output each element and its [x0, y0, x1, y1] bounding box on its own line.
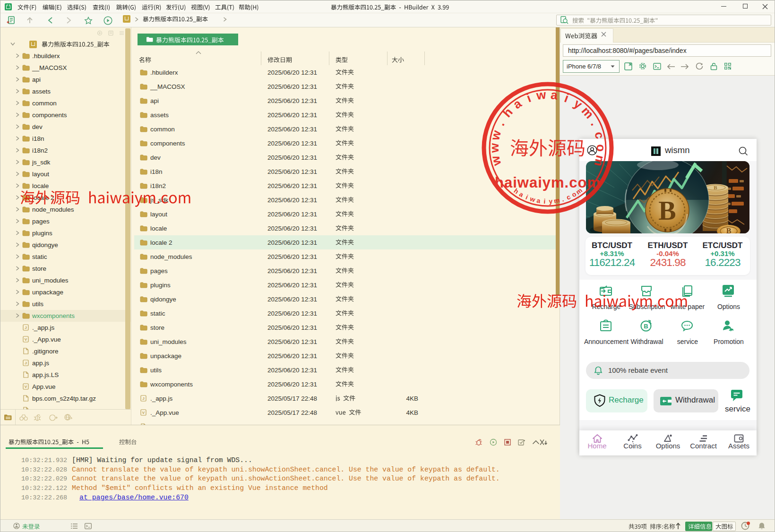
svg-text:V: V	[142, 411, 145, 415]
svg-text:a: a	[510, 96, 524, 112]
svg-text:y: y	[549, 197, 553, 205]
svg-text:haiwaiym.com: haiwaiym.com	[495, 174, 601, 191]
svg-text:J: J	[25, 326, 26, 330]
svg-text:h: h	[500, 105, 516, 120]
svg-text:i: i	[562, 91, 570, 105]
svg-text:o: o	[594, 144, 608, 152]
svg-text:a: a	[518, 190, 525, 198]
svg-text:c: c	[565, 193, 572, 201]
svg-text:V: V	[25, 337, 27, 342]
svg-text:B: B	[726, 227, 732, 233]
svg-text:a: a	[536, 197, 542, 205]
svg-text:w: w	[529, 195, 536, 204]
svg-text:J: J	[142, 396, 144, 401]
svg-text:a: a	[550, 87, 559, 103]
svg-text:i: i	[543, 197, 546, 205]
svg-text:i: i	[525, 193, 529, 201]
svg-text:w: w	[535, 87, 547, 103]
svg-text:w: w	[487, 143, 501, 153]
svg-text:V: V	[25, 385, 27, 389]
svg-text:.: .	[561, 195, 565, 203]
svg-text:B: B	[644, 323, 648, 330]
svg-text:J: J	[25, 361, 26, 365]
svg-text:m: m	[553, 196, 560, 205]
